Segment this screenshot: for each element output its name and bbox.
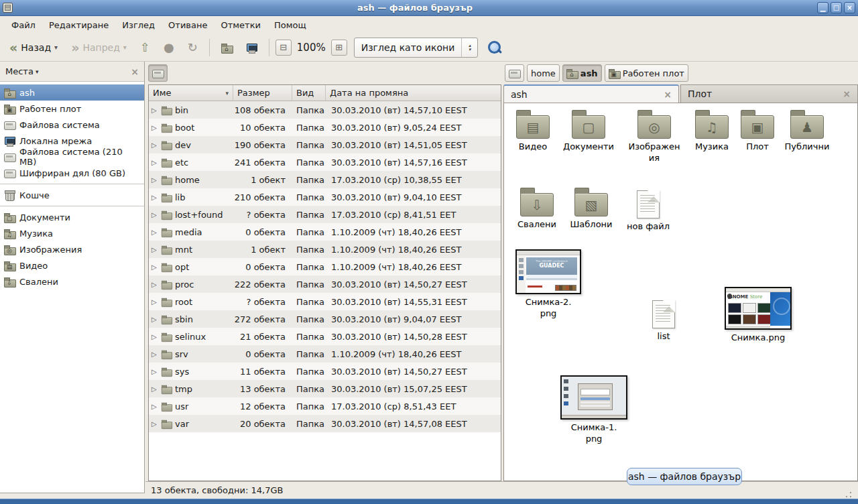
sidebar-item-Кошче[interactable]: Кошче <box>0 187 144 203</box>
path-button-ash[interactable]: ⌂ ash <box>562 64 602 82</box>
expander-icon[interactable]: ▷ <box>151 107 158 114</box>
icon-item-Документи[interactable]: ▢ Документи <box>558 109 619 152</box>
download-emblem-icon: ⇩ <box>521 196 553 214</box>
back-dropdown-icon[interactable]: ▾ <box>54 44 58 51</box>
expander-icon[interactable]: ▷ <box>151 246 158 253</box>
back-button[interactable]: « Назад ▾ <box>4 38 63 57</box>
expander-icon[interactable]: ▷ <box>151 176 158 184</box>
expander-icon[interactable]: ▷ <box>151 229 158 236</box>
table-row[interactable]: ▷ root ? обекта Папка 30.03.2010 (вт) 14… <box>149 293 501 310</box>
table-row[interactable]: ▷ lib 210 обекта Папка 30.03.2010 (вт) 9… <box>149 188 501 206</box>
zoom-in-button[interactable]: ⊞ <box>331 40 347 56</box>
menu-item[interactable]: Отиване <box>162 18 213 32</box>
expander-icon[interactable]: ▷ <box>151 333 158 340</box>
expander-icon[interactable]: ▷ <box>151 124 158 131</box>
icon-item-Публични[interactable]: ♟ Публични <box>780 109 834 152</box>
icon-item-Плот[interactable]: ▣ Плот <box>737 109 778 152</box>
maximize-button[interactable]: □ <box>831 2 842 13</box>
expander-icon[interactable]: ▷ <box>151 194 158 201</box>
menu-item[interactable]: Помощ <box>268 18 312 32</box>
menu-item[interactable]: Редактиране <box>43 18 115 32</box>
expander-icon[interactable]: ▷ <box>151 316 158 323</box>
expander-icon[interactable]: ▷ <box>151 351 158 358</box>
table-row[interactable]: ▷ bin 108 обекта Папка 30.03.2010 (вт) 1… <box>149 101 501 119</box>
column-header-name[interactable]: Име ▾ <box>149 85 233 101</box>
table-row[interactable]: ▷ var 20 обекта Папка 30.03.2010 (вт) 14… <box>149 415 501 432</box>
table-row[interactable]: ▷ lost+found ? обекта Папка 17.03.2010 (… <box>149 206 501 223</box>
icon-item-Снимка-1.png[interactable]: Снимка-1. png <box>558 375 630 444</box>
expander-icon[interactable]: ▷ <box>151 141 158 149</box>
zoom-out-button[interactable]: ⊟ <box>275 40 292 56</box>
expander-icon[interactable]: ▷ <box>151 368 158 375</box>
taskbar-window-button[interactable]: ash — файлов браузър <box>627 468 742 485</box>
table-row[interactable]: ▷ srv 0 обекта Папка 1.10.2009 (чт) 18,4… <box>149 345 501 363</box>
icon-item-Шаблони[interactable]: ▧ Шаблони <box>564 186 618 230</box>
sidebar-item-Музика[interactable]: ♫ Музика <box>0 225 144 241</box>
computer-button[interactable] <box>241 39 263 56</box>
column-header-date[interactable]: Дата на промяна <box>326 85 501 101</box>
table-row[interactable]: ▷ mnt 1 обект Папка 1.10.2009 (чт) 18,40… <box>149 241 501 258</box>
icon-item-Видео[interactable]: ▤ Видео <box>509 109 556 152</box>
sidebar-item-Файлова система[interactable]: Файлова система <box>0 117 144 133</box>
minimize-button[interactable]: ▁ <box>817 2 829 13</box>
sidebar-item-Файлова система (210 MB)[interactable]: Файлова система (210 MB) <box>0 149 144 165</box>
expander-icon[interactable]: ▷ <box>151 385 158 393</box>
tab-close-icon[interactable]: × <box>829 88 851 99</box>
path-button-home[interactable]: home <box>527 64 560 82</box>
icon-item-Музика[interactable]: ♫ Музика <box>688 109 736 152</box>
tab-ash[interactable]: ash × <box>503 84 679 103</box>
menu-item[interactable]: Отметки <box>214 18 266 32</box>
resize-grip[interactable] <box>845 491 853 499</box>
sidebar-item-Работен плот[interactable]: ▣ Работен плот <box>0 101 144 117</box>
column-header-size[interactable]: Размер <box>233 85 292 101</box>
up-button[interactable]: ⇧ <box>135 37 156 58</box>
table-row[interactable]: ▷ sys 11 обекта Папка 30.03.2010 (вт) 14… <box>149 363 501 380</box>
sidebar-item-ash[interactable]: ⌂ ash <box>0 84 144 101</box>
spinner-icon[interactable]: ▴▾ <box>461 38 477 57</box>
icon-item-нов файл[interactable]: нов файл <box>622 186 674 232</box>
table-row[interactable]: ▷ home 1 обект Папка 17.03.2010 (ср) 10,… <box>149 171 501 188</box>
expander-icon[interactable]: ▷ <box>151 159 158 166</box>
expander-icon[interactable]: ▷ <box>151 403 158 410</box>
sidebar-item-Документи[interactable]: ▢ Документи <box>0 209 144 225</box>
table-row[interactable]: ▷ selinux 21 обекта Папка 30.03.2010 (вт… <box>149 328 501 345</box>
sidebar-close-icon[interactable]: × <box>131 66 139 77</box>
tab-Плот[interactable]: Плот × <box>680 84 858 103</box>
menu-item[interactable]: Изглед <box>116 18 161 32</box>
menu-item[interactable]: Файл <box>5 18 42 32</box>
table-row[interactable]: ▷ usr 12 обекта Папка 17.03.2010 (ср) 8,… <box>149 397 501 415</box>
expander-icon[interactable]: ▷ <box>151 420 158 428</box>
reload-button[interactable]: ↻ <box>182 37 203 58</box>
table-row[interactable]: ▷ tmp 13 обекта Папка 30.03.2010 (вт) 15… <box>149 380 501 397</box>
table-row[interactable]: ▷ dev 190 обекта Папка 30.03.2010 (вт) 1… <box>149 136 501 153</box>
expander-icon[interactable]: ▷ <box>151 298 158 306</box>
table-row[interactable]: ▷ etc 241 обекта Папка 30.03.2010 (вт) 1… <box>149 153 501 171</box>
path-button-Работен плот[interactable]: ▣ Работен плот <box>605 64 688 82</box>
table-row[interactable]: ▷ sbin 272 обекта Папка 30.03.2010 (вт) … <box>149 310 501 328</box>
close-button[interactable]: × <box>844 2 855 13</box>
chevron-down-icon[interactable]: ▾ <box>36 68 39 75</box>
root-path-button[interactable] <box>148 64 168 82</box>
icon-item-Изображения[interactable]: ◎ Изображен ия <box>623 109 685 164</box>
sidebar-item-Видео[interactable]: ▤ Видео <box>0 257 144 273</box>
table-row[interactable]: ▷ proc 222 обекта Папка 30.03.2010 (вт) … <box>149 275 501 293</box>
icon-item-list[interactable]: list <box>638 296 689 342</box>
table-row[interactable]: ▷ boot 10 обекта Папка 30.03.2010 (вт) 9… <box>149 119 501 136</box>
expander-icon[interactable]: ▷ <box>151 211 158 218</box>
icon-item-Свалени[interactable]: ⇩ Свалени <box>512 186 562 230</box>
table-row[interactable]: ▷ opt 0 обекта Папка 1.10.2009 (чт) 18,4… <box>149 258 501 275</box>
icon-item-Снимка.png[interactable]: GNOME Store Снимка.png <box>721 287 795 343</box>
sidebar-item-Шифриран дял (80 GB)[interactable]: Шифриран дял (80 GB) <box>0 165 144 181</box>
path-button-root[interactable] <box>505 64 524 82</box>
column-header-type[interactable]: Вид <box>292 85 326 101</box>
view-mode-select[interactable]: Изглед като икони ▴▾ <box>354 38 479 58</box>
sidebar-item-Свалени[interactable]: ⇩ Свалени <box>0 273 144 290</box>
home-button[interactable]: ⌂ <box>216 39 238 56</box>
expander-icon[interactable]: ▷ <box>151 281 158 288</box>
tab-close-icon[interactable]: × <box>650 89 672 100</box>
icon-item-Снимка-2.png[interactable]: The GNOME conferenceGUADEC Снимка-2. png <box>513 249 583 319</box>
sidebar-item-Изображения[interactable]: ◎ Изображения <box>0 241 144 257</box>
expander-icon[interactable]: ▷ <box>151 263 158 271</box>
table-row[interactable]: ▷ media 0 обекта Папка 1.10.2009 (чт) 18… <box>149 223 501 241</box>
search-button[interactable] <box>487 40 502 55</box>
